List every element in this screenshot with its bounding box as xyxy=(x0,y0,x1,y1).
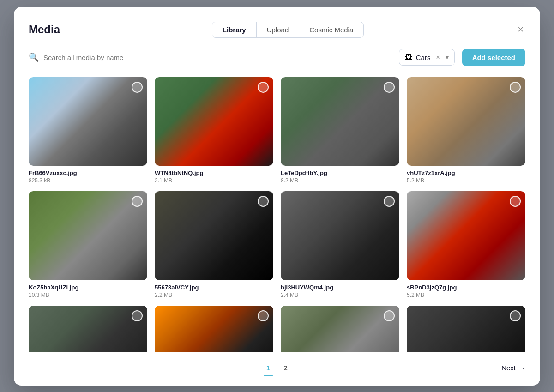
select-circle[interactable] xyxy=(132,82,143,93)
media-filesize: 2.1 MB xyxy=(155,177,273,184)
next-button[interactable]: Next → xyxy=(501,364,525,372)
media-filename: WTN4tbNtNQ.jpg xyxy=(155,169,273,176)
media-card[interactable]: bjl3HUYWQm4.jpg 2.4 MB xyxy=(281,191,399,298)
modal-title: Media xyxy=(29,23,60,36)
media-card[interactable]: WTN4tbNtNQ.jpg 2.1 MB xyxy=(155,77,273,184)
select-circle[interactable] xyxy=(258,196,269,207)
select-circle[interactable] xyxy=(132,196,143,207)
media-thumbnail xyxy=(29,191,147,280)
media-filesize: 8.2 MB xyxy=(281,177,399,184)
search-input[interactable] xyxy=(43,54,391,61)
modal-overlay: Media Library Upload Cosmic Media × 🔍 🖼 … xyxy=(0,0,554,392)
media-card[interactable]: LeTeDpdflbY.jpg 8.2 MB xyxy=(281,77,399,184)
search-icon: 🔍 xyxy=(29,52,39,62)
select-circle[interactable] xyxy=(510,82,521,93)
media-filesize: 825.3 kB xyxy=(29,177,147,184)
select-circle[interactable] xyxy=(258,310,269,321)
modal-footer: 1 2 Next → xyxy=(29,362,525,374)
media-thumbnail xyxy=(155,306,273,352)
select-circle[interactable] xyxy=(132,310,143,321)
media-filesize: 2.4 MB xyxy=(281,292,399,298)
pagination: 1 2 xyxy=(262,362,292,374)
select-circle[interactable] xyxy=(510,310,521,321)
filter-clear-button[interactable]: × xyxy=(436,54,440,61)
select-circle[interactable] xyxy=(384,82,395,93)
media-filename: KoZ5haXqUZl.jpg xyxy=(29,284,147,291)
filter-category-icon: 🖼 xyxy=(405,53,412,61)
media-card[interactable]: black-jeep-sunset.jpg 4.5 MB xyxy=(155,306,273,352)
media-thumbnail xyxy=(407,191,525,280)
select-circle[interactable] xyxy=(258,82,269,93)
media-thumbnail xyxy=(29,77,147,166)
search-box: 🔍 xyxy=(29,52,391,62)
media-thumbnail xyxy=(407,306,525,352)
media-filename: vhUTz7z1xrA.jpg xyxy=(407,169,525,176)
media-filename: 55673aiVCY.jpg xyxy=(155,284,273,291)
media-card[interactable]: classic-car.jpg 7.2 MB xyxy=(407,306,525,352)
media-thumbnail xyxy=(155,191,273,280)
media-thumbnail xyxy=(29,306,147,352)
select-circle[interactable] xyxy=(384,310,395,321)
media-grid: FrB66Vzuxxc.jpg 825.3 kB WTN4tbNtNQ.jpg … xyxy=(29,77,525,352)
media-card[interactable]: KoZ5haXqUZl.jpg 10.3 MB xyxy=(29,191,147,298)
media-filename: LeTeDpdflbY.jpg xyxy=(281,169,399,176)
media-thumbnail xyxy=(407,77,525,166)
chevron-down-icon: ▾ xyxy=(446,54,449,61)
media-filesize: 5.2 MB xyxy=(407,177,525,184)
media-thumbnail xyxy=(281,77,399,166)
tab-cosmic-media[interactable]: Cosmic Media xyxy=(299,22,363,37)
media-filename: bjl3HUYWQm4.jpg xyxy=(281,284,399,291)
toolbar: 🔍 🖼 Cars × ▾ Add selected xyxy=(29,49,525,66)
media-filesize: 10.3 MB xyxy=(29,292,147,298)
filter-label: Cars xyxy=(416,54,431,61)
tab-group: Library Upload Cosmic Media xyxy=(212,22,364,38)
page-button-2[interactable]: 2 xyxy=(279,362,292,374)
tab-upload[interactable]: Upload xyxy=(257,22,300,37)
select-circle[interactable] xyxy=(510,196,521,207)
modal-header: Media Library Upload Cosmic Media × xyxy=(29,22,525,38)
arrow-right-icon: → xyxy=(518,364,525,372)
media-card[interactable]: 55673aiVCY.jpg 2.2 MB xyxy=(155,191,273,298)
filter-select[interactable]: 🖼 Cars × ▾ xyxy=(399,49,455,66)
media-card[interactable]: jeep-front.jpg 3.1 MB xyxy=(29,306,147,352)
media-filesize: 2.2 MB xyxy=(155,292,273,298)
select-circle[interactable] xyxy=(384,196,395,207)
media-card[interactable]: FrB66Vzuxxc.jpg 825.3 kB xyxy=(29,77,147,184)
page-button-1[interactable]: 1 xyxy=(262,362,275,374)
close-button[interactable]: × xyxy=(516,23,525,36)
add-selected-button[interactable]: Add selected xyxy=(462,49,525,66)
media-card[interactable]: sBPnD3jzQ7g.jpg 5.2 MB xyxy=(407,191,525,298)
tab-library[interactable]: Library xyxy=(212,22,257,37)
media-thumbnail xyxy=(281,191,399,280)
media-filesize: 5.2 MB xyxy=(407,292,525,298)
media-filename: FrB66Vzuxxc.jpg xyxy=(29,169,147,176)
media-modal: Media Library Upload Cosmic Media × 🔍 🖼 … xyxy=(14,7,540,386)
media-thumbnail xyxy=(281,306,399,352)
media-thumbnail xyxy=(155,77,273,166)
next-label: Next xyxy=(501,364,516,372)
media-card[interactable]: racing-car.jpg 6.1 MB xyxy=(281,306,399,352)
media-filename: sBPnD3jzQ7g.jpg xyxy=(407,284,525,291)
media-card[interactable]: vhUTz7z1xrA.jpg 5.2 MB xyxy=(407,77,525,184)
